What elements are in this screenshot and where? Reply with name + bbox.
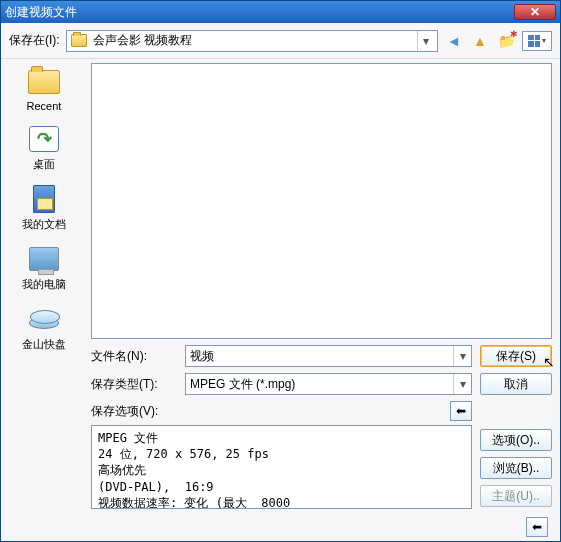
dialog-window: 创建视频文件 ✕ 保存在(I): 会声会影 视频教程 ▾ ◄ ▲ 📁 ▾ Rec… bbox=[0, 0, 561, 542]
main-panel: 文件名(N): ▾ 保存(S) ↖ 保存类型(T): MPEG 文件 (*.mp… bbox=[87, 59, 560, 541]
chevron-down-icon[interactable]: ▾ bbox=[453, 346, 471, 366]
options-left: 保存选项(V): ⬅ MPEG 文件 24 位, 720 x 576, 25 f… bbox=[91, 401, 472, 509]
window-title: 创建视频文件 bbox=[5, 4, 514, 21]
filename-input[interactable] bbox=[186, 349, 453, 363]
sidebar-item-desktop[interactable]: 桌面 bbox=[27, 124, 61, 172]
folder-icon bbox=[71, 34, 87, 47]
right-buttons: 选项(O).. 浏览(B).. 主题(U).. bbox=[480, 401, 552, 509]
sidebar-item-jinshan[interactable]: 金山快盘 bbox=[22, 304, 66, 352]
sidebar-item-label: Recent bbox=[27, 100, 62, 112]
options-button[interactable]: 选项(O).. bbox=[480, 429, 552, 451]
save-button[interactable]: 保存(S) ↖ bbox=[480, 345, 552, 367]
disk-icon bbox=[29, 317, 59, 329]
filetype-combo[interactable]: MPEG 文件 (*.mpg) ▾ bbox=[185, 373, 472, 395]
browse-button[interactable]: 浏览(B).. bbox=[480, 457, 552, 479]
filename-label: 文件名(N): bbox=[91, 348, 177, 365]
toolbar: 保存在(I): 会声会影 视频教程 ▾ ◄ ▲ 📁 ▾ bbox=[1, 23, 560, 59]
chevron-down-icon[interactable]: ▾ bbox=[453, 374, 471, 394]
recent-folder-icon bbox=[28, 70, 60, 94]
cancel-button[interactable]: 取消 bbox=[480, 373, 552, 395]
file-list[interactable] bbox=[91, 63, 552, 339]
collapse-left-button[interactable]: ⬅ bbox=[450, 401, 472, 421]
save-options-label: 保存选项(V): bbox=[91, 403, 158, 420]
view-menu-button[interactable]: ▾ bbox=[522, 31, 552, 51]
filetype-label: 保存类型(T): bbox=[91, 376, 177, 393]
sidebar-item-label: 我的文档 bbox=[22, 217, 66, 232]
sidebar-item-mydocs[interactable]: 我的文档 bbox=[22, 184, 66, 232]
sidebar-item-recent[interactable]: Recent bbox=[27, 67, 62, 112]
documents-icon bbox=[33, 185, 55, 213]
titlebar: 创建视频文件 ✕ bbox=[1, 1, 560, 23]
sidebar-item-label: 金山快盘 bbox=[22, 337, 66, 352]
desktop-icon bbox=[29, 126, 59, 152]
body-area: Recent 桌面 我的文档 我的电脑 金山快盘 文件名(N): bbox=[1, 59, 560, 541]
options-row: 保存选项(V): ⬅ MPEG 文件 24 位, 720 x 576, 25 f… bbox=[91, 401, 552, 509]
format-info-box: MPEG 文件 24 位, 720 x 576, 25 fps 高场优先 (DV… bbox=[91, 425, 472, 509]
filetype-row: 保存类型(T): MPEG 文件 (*.mpg) ▾ 取消 bbox=[91, 373, 552, 395]
chevron-down-icon: ▾ bbox=[542, 36, 546, 45]
save-in-path: 会声会影 视频教程 bbox=[93, 32, 411, 49]
chevron-down-icon[interactable]: ▾ bbox=[417, 31, 433, 51]
save-in-combo[interactable]: 会声会影 视频教程 ▾ bbox=[66, 30, 438, 52]
sidebar-item-mycomputer[interactable]: 我的电脑 bbox=[22, 244, 66, 292]
sidebar-item-label: 我的电脑 bbox=[22, 277, 66, 292]
sidebar-item-label: 桌面 bbox=[33, 157, 55, 172]
close-button[interactable]: ✕ bbox=[514, 4, 556, 20]
back-icon[interactable]: ◄ bbox=[444, 31, 464, 51]
view-grid-icon bbox=[528, 35, 540, 47]
computer-icon bbox=[29, 247, 59, 271]
theme-button[interactable]: 主题(U).. bbox=[480, 485, 552, 507]
up-one-level-icon[interactable]: ▲ bbox=[470, 31, 490, 51]
filetype-value: MPEG 文件 (*.mpg) bbox=[186, 376, 453, 393]
collapse-left-button-2[interactable]: ⬅ bbox=[526, 517, 548, 537]
cursor-icon: ↖ bbox=[543, 354, 555, 370]
save-in-label: 保存在(I): bbox=[9, 32, 60, 49]
filename-row: 文件名(N): ▾ 保存(S) ↖ bbox=[91, 345, 552, 367]
nav-bottom: ⬅ bbox=[91, 517, 552, 537]
filename-combo[interactable]: ▾ bbox=[185, 345, 472, 367]
new-folder-icon[interactable]: 📁 bbox=[496, 31, 516, 51]
places-sidebar: Recent 桌面 我的文档 我的电脑 金山快盘 bbox=[1, 59, 87, 541]
